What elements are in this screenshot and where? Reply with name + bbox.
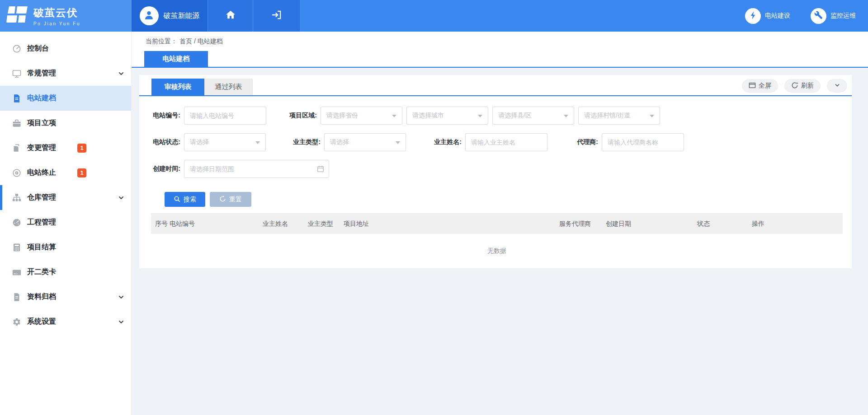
col-owner-type: 业主类型 <box>308 220 344 228</box>
owner-name-input[interactable] <box>465 133 547 151</box>
nav-monitor-ops-label: 监控运维 <box>830 12 856 20</box>
sidebar-item-label: 项目结算 <box>27 242 56 252</box>
calculator-icon <box>12 243 21 252</box>
station-no-input[interactable] <box>184 107 266 125</box>
town-select[interactable]: 请选择村镇/街道 <box>578 107 660 125</box>
fullscreen-button[interactable]: 全屏 <box>742 79 778 93</box>
results-table: 序号 电站编号 业主姓名 业主类型 项目地址 服务代理商 创建日期 状态 操作 … <box>151 213 843 268</box>
agent-input[interactable] <box>602 133 684 151</box>
lightning-icon <box>749 11 758 21</box>
tab-passed-list[interactable]: 通过列表 <box>204 79 253 95</box>
calendar-icon <box>317 165 324 173</box>
station-archive-panel: 审核列表 通过列表 全屏 <box>139 75 852 268</box>
solar-panel-logo-icon <box>6 5 28 26</box>
record-icon <box>12 168 21 177</box>
sidebar-item-label: 系统设置 <box>27 317 56 326</box>
sidebar-item-label: 控制台 <box>27 44 49 53</box>
station-no-label: 电站编号: <box>152 112 180 120</box>
sidebar-item-label: 变更管理 <box>27 143 56 153</box>
sidebar-item-station-termination[interactable]: 电站终止 1 <box>0 160 131 185</box>
avatar <box>140 6 159 25</box>
breadcrumb-prefix: 当前位置： <box>146 37 177 46</box>
brand-subtitle: Po Jian Yun Fu <box>33 21 80 26</box>
file-icon <box>12 293 21 302</box>
nav-station-build[interactable]: 电站建设 <box>745 8 790 24</box>
col-status: 状态 <box>697 220 752 228</box>
owner-name-label: 业主姓名: <box>433 138 462 146</box>
col-create-date: 创建日期 <box>606 220 697 228</box>
sidebar-item-console[interactable]: 控制台 <box>0 36 131 61</box>
caret-down-icon <box>478 115 482 120</box>
top-header: 破茧云伏 Po Jian Yun Fu 破茧新能源 <box>0 0 868 32</box>
home-icon <box>225 9 236 23</box>
filter-actions: 搜索 重置 <box>165 192 852 207</box>
caret-down-icon <box>255 141 260 146</box>
sidebar-item-label: 电站建档 <box>27 93 56 103</box>
fullscreen-icon <box>749 82 756 90</box>
sidebar-item-project-settlement[interactable]: 项目结算 <box>0 235 131 260</box>
create-time-label: 创建时间: <box>152 165 180 173</box>
sidebar-item-warehouse-mgmt[interactable]: 仓库管理 <box>0 185 131 210</box>
region-label: 项目区域: <box>288 112 317 120</box>
wrench-icon <box>814 11 823 21</box>
briefcase-icon <box>12 119 21 128</box>
station-status-select[interactable]: 请选择 <box>184 133 266 151</box>
date-range-picker[interactable] <box>184 160 329 178</box>
owner-type-select[interactable]: 请选择 <box>324 133 406 151</box>
nav-station-build-label: 电站建设 <box>765 12 790 20</box>
sidebar-item-label: 常规管理 <box>27 69 56 78</box>
chevron-down-icon <box>118 294 124 300</box>
sidebar-item-label: 开二类卡 <box>27 267 56 277</box>
chevron-down-icon <box>118 70 124 77</box>
pie-gauge-icon <box>12 218 21 227</box>
sidebar-item-data-archive[interactable]: 资料归档 <box>0 284 131 309</box>
search-button[interactable]: 搜索 <box>165 192 205 207</box>
caret-down-icon <box>396 141 400 146</box>
sidebar-item-label: 仓库管理 <box>27 193 56 202</box>
breadcrumb: 当前位置： 首页 / 电站建档 <box>132 32 868 51</box>
caret-down-icon <box>392 115 396 120</box>
sidebar-item-system-settings[interactable]: 系统设置 <box>0 309 131 334</box>
caret-down-icon <box>564 115 568 120</box>
col-station-no: 电站编号 <box>170 220 263 228</box>
sidebar-item-open-type2-card[interactable]: 开二类卡 <box>0 260 131 284</box>
col-index: 序号 <box>151 220 170 228</box>
sidebar-item-engineering-mgmt[interactable]: 工程管理 <box>0 210 131 235</box>
filter-row-1: 电站编号: 项目区域: 请选择省份 请选择城市 <box>152 107 852 125</box>
page-tab-strip: 电站建档 <box>132 51 868 68</box>
logout-button[interactable] <box>253 0 300 32</box>
table-header-row: 序号 电站编号 业主姓名 业主类型 项目地址 服务代理商 创建日期 状态 操作 <box>151 213 843 234</box>
refresh-button[interactable]: 刷新 <box>784 79 821 93</box>
reset-button[interactable]: 重置 <box>210 192 251 207</box>
sidebar-item-label: 资料归档 <box>27 292 56 302</box>
sidebar-item-general-mgmt[interactable]: 常规管理 <box>0 61 131 86</box>
county-select[interactable]: 请选择县/区 <box>492 107 574 125</box>
reset-icon <box>219 196 226 204</box>
current-user-button[interactable]: 破茧新能源 <box>132 0 208 32</box>
monitor-icon <box>12 69 21 78</box>
tab-station-archive[interactable]: 电站建档 <box>144 51 208 67</box>
search-icon <box>174 196 180 204</box>
sidebar-item-station-archive[interactable]: 电站建档 <box>0 86 131 111</box>
brand-logo: 破茧云伏 Po Jian Yun Fu <box>0 0 132 32</box>
app-window: 破茧云伏 Po Jian Yun Fu 破茧新能源 <box>0 0 868 415</box>
filter-row-2: 电站状态: 请选择 业主类型: 请选择 业主姓名: <box>152 133 852 151</box>
sidebar-item-change-mgmt[interactable]: 变更管理 1 <box>0 135 131 160</box>
status-badge: 1 <box>77 144 86 153</box>
tab-review-list[interactable]: 审核列表 <box>151 79 204 95</box>
sidebar-item-project-initiation[interactable]: 项目立项 <box>0 111 131 135</box>
city-select[interactable]: 请选择城市 <box>406 107 488 125</box>
nav-monitor-ops[interactable]: 监控运维 <box>811 8 856 24</box>
brand-title: 破茧云伏 <box>33 6 80 20</box>
collapse-button[interactable] <box>827 79 847 93</box>
copy-icon <box>12 144 21 153</box>
owner-type-label: 业主类型: <box>292 138 321 146</box>
main-area: 当前位置： 首页 / 电站建档 电站建档 审核列表 通过列表 <box>132 32 868 415</box>
date-range-input[interactable] <box>184 165 329 173</box>
filter-row-3: 创建时间: <box>152 160 852 178</box>
province-select[interactable]: 请选择省份 <box>321 107 402 125</box>
home-button[interactable] <box>208 0 253 32</box>
gauge-icon <box>12 44 21 53</box>
panel-tab-bar: 审核列表 通过列表 全屏 <box>139 75 852 96</box>
chevron-down-icon <box>118 319 124 325</box>
